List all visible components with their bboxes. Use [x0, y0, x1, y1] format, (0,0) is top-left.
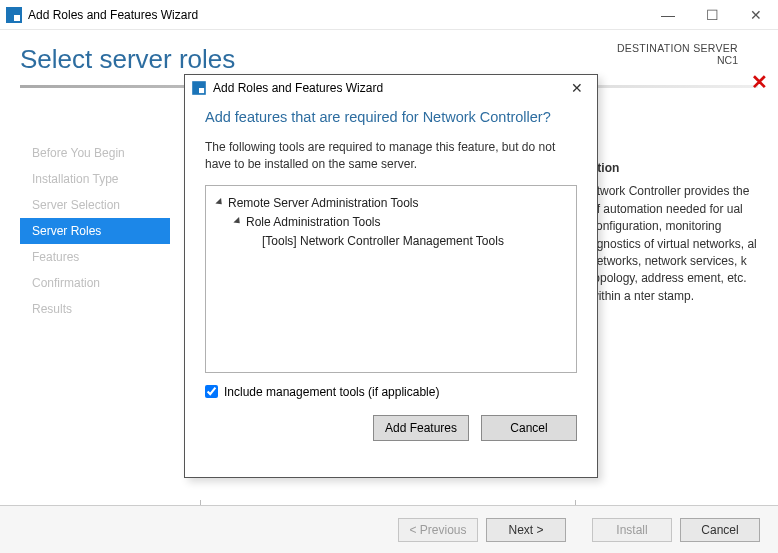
step-results[interactable]: Results	[20, 296, 170, 322]
tree-item[interactable]: Role Administration Tools	[216, 213, 566, 232]
caret-icon	[215, 197, 224, 206]
previous-button: < Previous	[398, 518, 478, 542]
dialog-close-button[interactable]: ✕	[563, 80, 591, 96]
window-controls: — ☐ ✕	[646, 0, 778, 30]
tree-label: Role Administration Tools	[246, 215, 381, 229]
include-tools-row: Include management tools (if applicable)	[205, 385, 577, 399]
tree-item[interactable]: Remote Server Administration Tools	[216, 194, 566, 213]
dialog-cancel-button[interactable]: Cancel	[481, 415, 577, 441]
step-server-selection[interactable]: Server Selection	[20, 192, 170, 218]
maximize-button[interactable]: ☐	[690, 0, 734, 30]
tree-label: [Tools] Network Controller Management To…	[262, 234, 504, 248]
minimize-button[interactable]: —	[646, 0, 690, 30]
destination-server: DESTINATION SERVER NC1	[617, 42, 738, 66]
tree-item[interactable]: [Tools] Network Controller Management To…	[216, 232, 566, 251]
dialog-heading: Add features that are required for Netwo…	[205, 109, 577, 125]
step-confirmation[interactable]: Confirmation	[20, 270, 170, 296]
close-button[interactable]: ✕	[734, 0, 778, 30]
step-installation-type[interactable]: Installation Type	[20, 166, 170, 192]
cancel-button[interactable]: Cancel	[680, 518, 760, 542]
tree-label: Remote Server Administration Tools	[228, 196, 419, 210]
dialog-title: Add Roles and Features Wizard	[213, 81, 383, 95]
add-features-dialog: Add Roles and Features Wizard ✕ Add feat…	[184, 74, 598, 478]
step-before-you-begin[interactable]: Before You Begin	[20, 140, 170, 166]
dialog-titlebar: Add Roles and Features Wizard ✕	[185, 75, 597, 101]
description-panel: ption etwork Controller provides the of …	[590, 160, 760, 305]
description-heading: ption	[590, 160, 760, 177]
include-tools-checkbox[interactable]	[205, 385, 218, 398]
wizard-steps: Before You Begin Installation Type Serve…	[20, 140, 170, 322]
dialog-buttons: Add Features Cancel	[205, 415, 577, 441]
titlebar: Add Roles and Features Wizard — ☐ ✕	[0, 0, 778, 30]
close-x-icon[interactable]: ✕	[751, 70, 768, 94]
destination-label: DESTINATION SERVER	[617, 42, 738, 54]
app-icon	[192, 81, 206, 95]
next-button[interactable]: Next >	[486, 518, 566, 542]
dialog-description: The following tools are required to mana…	[205, 139, 577, 173]
features-tree: Remote Server Administration Tools Role …	[205, 185, 577, 373]
caret-icon	[233, 217, 242, 226]
install-button: Install	[592, 518, 672, 542]
app-icon	[6, 7, 22, 23]
step-features[interactable]: Features	[20, 244, 170, 270]
wizard-footer: < Previous Next > Install Cancel	[0, 505, 778, 553]
include-tools-label: Include management tools (if applicable)	[224, 385, 439, 399]
step-server-roles[interactable]: Server Roles	[20, 218, 170, 244]
destination-value: NC1	[617, 54, 738, 66]
window-title: Add Roles and Features Wizard	[28, 8, 198, 22]
description-body: etwork Controller provides the of automa…	[590, 183, 760, 305]
dialog-body: Add features that are required for Netwo…	[185, 101, 597, 453]
add-features-button[interactable]: Add Features	[373, 415, 469, 441]
